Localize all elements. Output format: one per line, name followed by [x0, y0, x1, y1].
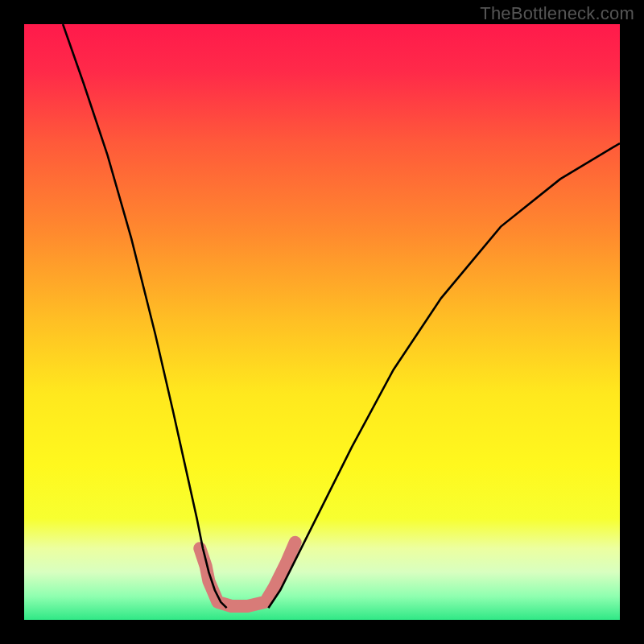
right-branch-path — [268, 143, 620, 608]
plot-area — [24, 24, 620, 620]
watermark-text: TheBottleneck.com — [480, 3, 634, 24]
left-branch-path — [63, 24, 227, 608]
curves-layer — [24, 24, 620, 620]
chart-frame: TheBottleneck.com — [0, 0, 644, 644]
valley-highlight-path — [200, 543, 295, 606]
